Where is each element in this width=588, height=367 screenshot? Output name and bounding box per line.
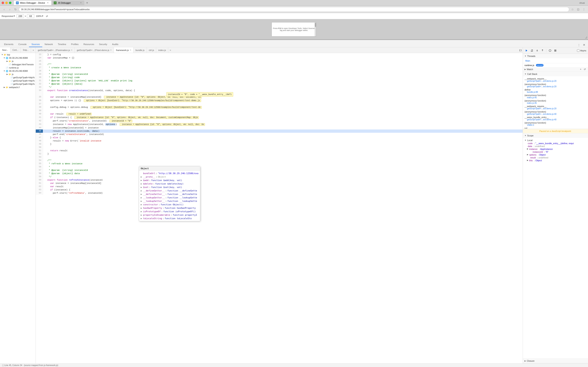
resume-button[interactable] [525, 49, 528, 53]
thread-main[interactable]: Main [525, 59, 586, 62]
devtools-settings-icon[interactable]: ⋮ [577, 43, 581, 47]
devtools-close-button[interactable]: ✕ [582, 43, 586, 47]
watch-add-button[interactable]: + [579, 68, 582, 71]
tab-resources[interactable]: Resources [81, 42, 97, 47]
ft-tab-sources[interactable]: Sour... [0, 47, 10, 53]
stack-item-6[interactable]: (anonymous function) getScript?path=...e… [523, 110, 588, 116]
step-out-button[interactable] [540, 49, 545, 53]
threads-header[interactable]: ▼ Threads [523, 54, 588, 58]
minimize-button[interactable] [5, 2, 8, 4]
tooltip-item-propertyenum[interactable]: ▶ propertyIsEnumerable : function proper… [139, 213, 200, 217]
scope-var-options[interactable]: ▶ options : Object [523, 153, 588, 156]
scope-var-instance[interactable]: ▶ instance : AppInstance [523, 148, 588, 150]
tab2-close-btn[interactable]: ✕ [79, 1, 82, 4]
width-input[interactable] [17, 14, 24, 18]
forward-button[interactable]: › [7, 7, 12, 12]
cast-button[interactable]: ⊡ [576, 7, 581, 12]
resize-handle[interactable] [585, 36, 587, 39]
stack-item-8[interactable]: (anonymous function) VM64:3 [523, 121, 588, 127]
source-tabs-overflow[interactable]: » [168, 47, 173, 53]
source-tab-get2-close[interactable]: ✕ [110, 49, 112, 51]
rotate-button[interactable]: ⇄ [45, 14, 49, 18]
source-tab-get1-close[interactable]: ✕ [71, 49, 72, 51]
source-tab-framework-close[interactable]: ✕ [130, 49, 131, 51]
stack-item-7[interactable]: __weex_bundle_entry__ getScript?path=...… [523, 116, 588, 121]
stack-item-4[interactable]: (anonymous function) index.js:45 [523, 99, 588, 105]
tree-item-debugger[interactable]: 📄 debugger.html?sessio [0, 63, 35, 66]
tab-console[interactable]: Console [16, 42, 29, 47]
tab-timeline[interactable]: Timeline [55, 42, 69, 47]
tree-item-runtime[interactable]: 📄 runtime.js [0, 66, 35, 69]
zoom-select[interactable]: 100% ▾ [36, 15, 43, 17]
tree-item-getscript2[interactable]: 📄 getScript?path=http% [0, 79, 35, 82]
tree-item-js2[interactable]: ▶ 📁 js [0, 73, 35, 76]
source-tab-index[interactable]: index.js [156, 47, 168, 53]
browser-tab-inactive[interactable]: J JS Debugger ✕ [52, 1, 84, 5]
tree-item-getscript1[interactable]: 📄 getScript?path=http% [0, 76, 35, 79]
settings-button[interactable]: ⋮ [581, 7, 586, 12]
source-tab-get2[interactable]: getScript?path=...2Ftext-demo.js ✕ [75, 47, 114, 53]
pause-on-exception-button[interactable] [553, 49, 557, 53]
tab-sources[interactable]: Sources [29, 42, 42, 47]
height-input[interactable] [27, 14, 34, 18]
new-tab-button[interactable]: + [85, 1, 90, 5]
tooltip-item-defsetter[interactable]: ▶ __defineSetter__ : function __defineSe… [139, 192, 200, 196]
tab-audits[interactable]: Audits [110, 42, 121, 47]
browser-tab-active[interactable]: W Weex Debugger - Device ✕ [14, 1, 51, 5]
tooltip-item-constructor[interactable]: ▶ constructor : function Object() [139, 203, 200, 206]
stack-item-5[interactable]: __webpack_require__ getScript?path=...ex… [523, 105, 588, 110]
code-content[interactable]: 23 } = config 24 var instanceMap = {} 25… [36, 53, 523, 363]
reload-button[interactable]: ↻ [13, 7, 18, 12]
tooltip-item-defgetter[interactable]: ▶ __defineGetter__ : function __defineGe… [139, 189, 200, 192]
tooltip-item-set[interactable]: ▶ $set : function $set(key, val) [139, 185, 200, 189]
step-into-button[interactable] [535, 49, 539, 53]
call-stack-header[interactable]: ▼ Call Stack [523, 72, 588, 76]
close-button[interactable] [2, 2, 4, 4]
tooltip-item-lookupgetter[interactable]: ▶ __lookupGetter__ : function __lookupGe… [139, 196, 200, 200]
ft-tab-more[interactable]: » [31, 47, 35, 53]
source-tab-get1[interactable]: getScript?path=...2Fanimation.js ✕ [36, 47, 75, 53]
source-tab-bundle[interactable]: bundle.js [134, 47, 147, 53]
tree-item-getscript3[interactable]: 📄 getScript?path=http% [0, 82, 35, 86]
tab-elements[interactable]: Elements [2, 42, 16, 47]
tree-item-host2[interactable]: ▼ 🌐 30.30.29.246:8088 [0, 69, 35, 73]
tab-network[interactable]: Network [42, 42, 55, 47]
source-tab-ctrl[interactable]: ctrl.js [147, 47, 156, 53]
step-over-button[interactable] [530, 49, 534, 53]
responsive-select[interactable]: Responsive ▾ [2, 15, 15, 17]
tree-item-webpack[interactable]: ▶ 📁 webpack:// [0, 86, 35, 89]
tooltip-item-add[interactable]: ▶ $add : function $add(key, val) [139, 179, 200, 182]
tree-item-js1[interactable]: ▶ 📁 js [0, 59, 35, 63]
ft-tab-snippets[interactable]: Snip... [21, 47, 31, 53]
stack-item-9[interactable]: init ctrl.js:67 [523, 127, 588, 129]
scope-local-header[interactable]: ▼ Local [523, 139, 588, 142]
tooltip-item-hasown[interactable]: ▶ hasOwnProperty : function hasOwnProper… [139, 206, 200, 210]
tooltip-item-isprototype[interactable]: ▶ isPrototypeOf : function isPrototypeOf… [139, 210, 200, 213]
closure-header[interactable]: ▶ Closure [523, 359, 588, 363]
tree-item-top[interactable]: ▼ 📁 top [0, 53, 35, 56]
tooltip-item-delete[interactable]: ▶ $delete : function $delete(key) [139, 182, 200, 185]
maximize-button[interactable] [9, 2, 11, 4]
tree-item-host1[interactable]: ▼ 🌐 30.30.29.246:8088 [0, 56, 35, 59]
scope-var-this[interactable]: ▶ this : Object [523, 159, 588, 162]
bookmark-button[interactable]: ☆ [570, 7, 575, 12]
source-tab-framework[interactable]: framework.js ✕ [114, 47, 133, 53]
tab-security[interactable]: Security [96, 42, 110, 47]
tab-profiles[interactable]: Profiles [69, 42, 81, 47]
back-button[interactable]: ‹ [2, 7, 7, 12]
status-format-icon[interactable]: { } [2, 364, 4, 367]
stack-item-1[interactable]: (anonymous function) getScript?path=...e… [523, 83, 588, 88]
tooltip-item-proto[interactable]: ▶ __proto__ : Object [139, 175, 200, 179]
scope-header[interactable]: ▼ Scope [523, 133, 588, 138]
format-button[interactable]: { } [518, 47, 523, 53]
tooltip-item-tolocale[interactable]: ▶ toLocaleString : function toLocaleSto [139, 217, 200, 220]
url-bar[interactable]: 30.30.29.246:8088/debugger.html?sessionI… [19, 7, 569, 12]
watch-refresh-button[interactable]: ↺ [583, 68, 586, 71]
ft-tab-content[interactable]: Cont... [10, 47, 21, 53]
tooltip-content[interactable]: bundleUrl : "http://30.30.29.246:12580/e… [139, 171, 200, 221]
stack-item-0[interactable]: __webpack_require__ getScript?path=...ex… [523, 77, 588, 83]
tab-close-btn[interactable]: ✕ [46, 1, 49, 4]
tooltip-item-lookupsetter[interactable]: ▶ __lookupSetter__ : function __lookupSe… [139, 200, 200, 203]
runtime-file-item[interactable]: runtime.js paused [523, 63, 588, 67]
async-checkbox[interactable] [577, 49, 579, 52]
